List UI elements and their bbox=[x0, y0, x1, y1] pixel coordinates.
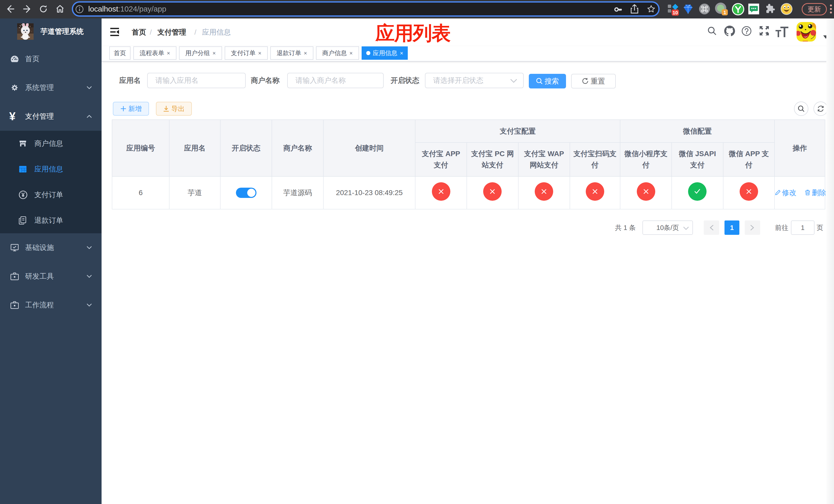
svg-text:10: 10 bbox=[673, 10, 678, 15]
svg-text:1: 1 bbox=[723, 10, 726, 15]
